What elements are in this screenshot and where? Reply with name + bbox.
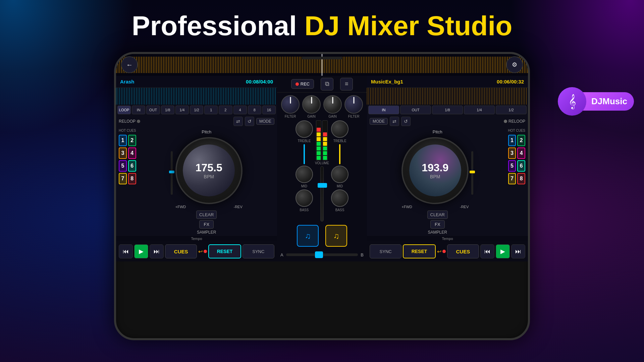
left-filter-knob[interactable] (281, 95, 300, 114)
mixer-menu-icon[interactable]: ≡ (340, 78, 353, 90)
right-hc-7[interactable]: 7 (508, 173, 516, 184)
settings-button[interactable]: ⚙ (506, 56, 523, 73)
left-loop-btn[interactable]: LOOP (117, 106, 131, 114)
left-in-btn[interactable]: IN (132, 106, 145, 114)
right-bass-knob[interactable] (331, 189, 348, 207)
right-track-name: MusicEx_bg1 (371, 79, 403, 84)
right-reloop-btn[interactable]: RELOOP (504, 119, 525, 124)
right-play-btn[interactable]: ▶ (496, 244, 510, 258)
left-out-btn[interactable]: OUT (146, 106, 160, 114)
eq-section: TREBLE MID BASS (294, 118, 350, 224)
left-hc-3[interactable]: 3 (119, 147, 127, 159)
volume-track[interactable] (320, 166, 324, 222)
left-fx-btn[interactable]: FX (199, 220, 214, 229)
back-button[interactable]: ← (121, 56, 138, 73)
right-hc-6[interactable]: 6 (517, 160, 525, 172)
left-hc-6[interactable]: 6 (128, 160, 136, 172)
left-fwd-label: +FWD (175, 205, 186, 209)
right-1-8-btn[interactable]: 1/8 (432, 106, 463, 114)
right-fx-btn[interactable]: FX (430, 220, 445, 229)
left-hc-1[interactable]: 1 (119, 135, 127, 146)
right-out-btn[interactable]: OUT (400, 106, 431, 114)
left-sync-btn[interactable]: SYNC (243, 244, 274, 258)
left-hc-2[interactable]: 2 (128, 135, 136, 146)
left-hc-5[interactable]: 5 (119, 160, 127, 172)
left-bass-knob[interactable] (296, 189, 313, 207)
right-in-btn[interactable]: IN (368, 106, 399, 114)
left-hc-4[interactable]: 4 (128, 147, 136, 159)
right-mid-knob[interactable] (331, 166, 348, 183)
left-1-2-btn[interactable]: 1/2 (190, 106, 203, 114)
right-hc-2[interactable]: 2 (517, 135, 525, 146)
volume-handle[interactable] (318, 183, 327, 188)
left-play-btn[interactable]: ▶ (134, 244, 148, 258)
right-reset-btn[interactable]: RESET (403, 244, 435, 258)
right-hc-8[interactable]: 8 (517, 173, 525, 184)
right-next-btn[interactable]: ⏭ (511, 244, 525, 258)
right-tempo-label: Tempo (370, 237, 525, 241)
left-sampler-btn[interactable]: ♫ (297, 225, 319, 247)
rec-button[interactable]: REC (291, 79, 314, 89)
left-treble-label: TREBLE (298, 139, 311, 143)
left-turntable[interactable]: 175.5 BPM (175, 137, 243, 204)
left-rev-label: -REV (233, 205, 242, 209)
left-track-name: Arash (120, 79, 135, 84)
right-hc-5[interactable]: 5 (508, 160, 516, 172)
left-1-4-btn[interactable]: 1/4 (175, 106, 189, 114)
vu-volume-section: VOLUME (315, 120, 329, 222)
right-cues-btn[interactable]: CUES (447, 244, 479, 258)
left-gain-knob[interactable] (302, 95, 321, 114)
crossfader-track[interactable] (286, 253, 358, 256)
right-sampler-btn[interactable]: ♫ (325, 225, 347, 247)
right-1-2-btn[interactable]: 1/2 (496, 106, 527, 114)
left-8-btn[interactable]: 8 (248, 106, 261, 114)
right-clear-btn[interactable]: CLEAR (427, 210, 448, 219)
left-cues-btn[interactable]: CUES (165, 244, 197, 258)
left-hc-7[interactable]: 7 (119, 173, 127, 184)
filter-gain-row: FILTER GAIN GAIN (279, 93, 365, 118)
left-pitch-handle[interactable] (169, 171, 174, 173)
right-pitch-slider[interactable] (471, 151, 473, 195)
center-mixer: REC ⧉ ≡ FILTER GAIN (277, 76, 367, 261)
right-gain-group: GAIN (323, 95, 342, 118)
left-clear-btn[interactable]: CLEAR (196, 210, 217, 219)
right-1-4-btn[interactable]: 1/4 (464, 106, 495, 114)
right-hc-3[interactable]: 3 (508, 147, 516, 159)
left-hc-8[interactable]: 8 (128, 173, 136, 184)
left-1-btn[interactable]: 1 (204, 106, 218, 114)
right-mode-box[interactable]: MODE (370, 118, 388, 125)
left-reset-btn[interactable]: RESET (208, 244, 241, 258)
left-mid-knob[interactable] (296, 166, 313, 183)
right-loop-icon[interactable]: ↺ (401, 117, 411, 126)
right-gain-knob[interactable] (323, 95, 342, 114)
right-turntable[interactable]: 193.9 BPM (401, 137, 469, 204)
left-shuffle-icon[interactable]: ⇄ (233, 117, 243, 126)
right-hot-cues-grid: 1 2 3 4 5 6 7 8 (508, 135, 526, 184)
right-filter-knob[interactable] (344, 95, 363, 114)
crossfader-a-label: A (280, 252, 283, 257)
left-2-btn[interactable]: 2 (219, 106, 232, 114)
left-4-btn[interactable]: 4 (233, 106, 247, 114)
left-track-time: 00:08/04:00 (246, 79, 273, 84)
left-loop-icon[interactable]: ↺ (245, 117, 254, 126)
right-hc-4[interactable]: 4 (517, 147, 525, 159)
left-prev-btn[interactable]: ⏮ (119, 244, 133, 258)
right-sync-btn[interactable]: SYNC (370, 244, 401, 258)
left-treble-knob[interactable] (296, 120, 313, 138)
right-shuffle-icon[interactable]: ⇄ (390, 117, 399, 126)
left-1-8-btn[interactable]: 1/8 (161, 106, 174, 114)
mixer-eq-icon[interactable]: ⧉ (321, 78, 333, 90)
left-reloop-btn[interactable]: RELOOP (119, 119, 140, 124)
right-track-time: 00:06/00:32 (497, 79, 524, 84)
left-pitch-slider[interactable] (171, 151, 173, 195)
left-16-btn[interactable]: 16 (262, 106, 276, 114)
left-mode-box[interactable]: MODE (256, 118, 274, 125)
right-pitch-handle[interactable] (470, 171, 475, 173)
right-filter-label: FILTER (348, 115, 360, 118)
right-prev-btn[interactable]: ⏮ (480, 244, 494, 258)
crossfader-handle[interactable] (315, 251, 323, 258)
right-treble-knob[interactable] (331, 120, 348, 138)
left-next-btn[interactable]: ⏭ (150, 244, 164, 258)
right-hc-1[interactable]: 1 (508, 135, 516, 146)
waveform-right (323, 57, 528, 73)
